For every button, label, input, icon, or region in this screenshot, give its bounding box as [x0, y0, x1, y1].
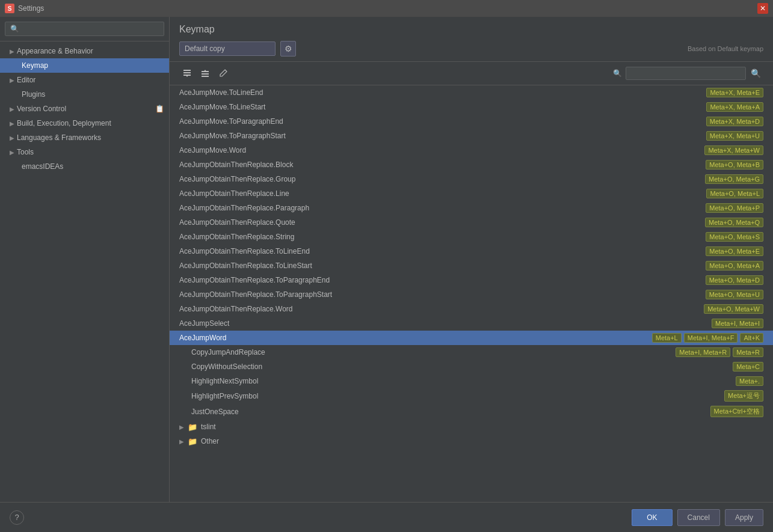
- shortcut-tag: Meta+O, Meta+S: [706, 232, 763, 242]
- table-row[interactable]: AceJumpMove.ToLineEnd Meta+X, Meta+E: [170, 85, 773, 100]
- arrow-icon: ▶: [10, 77, 14, 84]
- sidebar-item-editor[interactable]: ▶ Editor: [0, 73, 169, 87]
- table-row[interactable]: AceJumpObtainThenReplace.ToParagraphStar…: [170, 287, 773, 302]
- shortcut-tags: Meta+O, Meta+U: [706, 290, 763, 299]
- arrow-icon: ▶: [10, 149, 14, 156]
- action-name: AceJumpObtainThenReplace.ToLineStart: [179, 261, 706, 270]
- shortcut-tags: Meta+O, Meta+L: [706, 189, 763, 198]
- collapse-all-button[interactable]: [197, 66, 213, 81]
- folder-icon: 📁: [188, 423, 197, 432]
- keymap-list: AceJumpMove.ToLineEnd Meta+X, Meta+E Ace…: [170, 85, 773, 502]
- shortcut-tags: Meta+O, Meta+P: [706, 203, 763, 213]
- shortcut-tags: Meta+.: [736, 376, 763, 386]
- table-row[interactable]: AceJumpObtainThenReplace.String Meta+O, …: [170, 230, 773, 244]
- table-row[interactable]: AceJumpObtainThenReplace.Quote Meta+O, M…: [170, 215, 773, 230]
- shortcut-tag: Meta+O, Meta+U: [706, 290, 763, 299]
- shortcut-tag: Meta+X, Meta+W: [704, 145, 763, 155]
- shortcut-tags: Meta+O, Meta+Q: [705, 218, 763, 227]
- table-row[interactable]: AceJumpSelect Meta+I, Meta+I: [170, 316, 773, 331]
- table-row[interactable]: AceJumpObtainThenReplace.ToParagraphEnd …: [170, 273, 773, 287]
- table-row[interactable]: HighlightNextSymbol Meta+.: [170, 374, 773, 388]
- shortcut-tags: Meta+O, Meta+D: [706, 275, 763, 285]
- sidebar-item-keymap[interactable]: Keymap: [0, 58, 169, 73]
- sidebar-item-build[interactable]: ▶ Build, Execution, Deployment: [0, 116, 169, 130]
- sidebar-item-appearance[interactable]: ▶ Appearance & Behavior: [0, 44, 169, 58]
- action-name: AceJumpMove.ToParagraphStart: [179, 132, 706, 140]
- action-toolbar: 🔍 🔍: [170, 62, 773, 85]
- folder-icon: 📁: [188, 437, 197, 446]
- action-name: AceJumpObtainThenReplace.Word: [179, 305, 704, 313]
- shortcut-tag: Meta+O, Meta+G: [705, 174, 763, 184]
- table-row[interactable]: AceJumpMove.ToLineStart Meta+X, Meta+A: [170, 100, 773, 114]
- search-options-button[interactable]: 🔍: [748, 67, 763, 79]
- sidebar-item-languages[interactable]: ▶ Languages & Frameworks: [0, 130, 169, 145]
- cancel-button[interactable]: Cancel: [677, 509, 720, 526]
- title-bar-left: S Settings: [5, 4, 44, 13]
- table-row[interactable]: CopyWithoutSelection Meta+C: [170, 359, 773, 374]
- edit-icon: [218, 69, 228, 78]
- shortcut-tag: Meta+I, Meta+I: [712, 319, 763, 328]
- action-name: AceJumpObtainThenReplace.Group: [179, 175, 705, 183]
- shortcut-tag: Meta+X, Meta+U: [706, 131, 763, 141]
- shortcut-tag: Meta+逗号: [724, 390, 763, 402]
- table-row[interactable]: AceJumpObtainThenReplace.Line Meta+O, Me…: [170, 186, 773, 201]
- table-row[interactable]: AceJumpObtainThenReplace.ToLineStart Met…: [170, 258, 773, 273]
- shortcut-tag: Meta+O, Meta+Q: [705, 218, 763, 227]
- close-button[interactable]: ✕: [757, 3, 768, 14]
- table-row[interactable]: AceJumpObtainThenReplace.ToLineEnd Meta+…: [170, 244, 773, 258]
- sidebar-item-emacsideas[interactable]: emacsIDEAs: [0, 159, 169, 174]
- help-button[interactable]: ?: [10, 510, 24, 525]
- sidebar-item-tools[interactable]: ▶ Tools: [0, 145, 169, 159]
- table-row[interactable]: JustOneSpace Meta+Ctrl+空格: [170, 404, 773, 420]
- action-name: AceJumpObtainThenReplace.Block: [179, 161, 706, 169]
- shortcut-tags: Meta+O, Meta+E: [706, 246, 763, 256]
- gear-button[interactable]: ⚙: [280, 41, 296, 57]
- keymap-select[interactable]: Default copy Default Mac OS X Eclipse: [179, 41, 276, 56]
- expand-all-button[interactable]: [179, 66, 195, 81]
- group-arrow-icon: ▶: [179, 424, 184, 430]
- sidebar-tree: ▶ Appearance & Behavior Keymap ▶ Editor …: [0, 41, 169, 502]
- table-row[interactable]: AceJumpObtainThenReplace.Word Meta+O, Me…: [170, 302, 773, 316]
- sidebar-item-versioncontrol[interactable]: ▶ Version Control 📋: [0, 102, 169, 116]
- sidebar-search-area: [0, 17, 169, 41]
- action-name: AceJumpObtainThenReplace.Quote: [179, 218, 705, 227]
- table-row[interactable]: AceJumpMove.ToParagraphEnd Meta+X, Meta+…: [170, 114, 773, 129]
- arrow-icon: ▶: [10, 106, 14, 112]
- table-row[interactable]: AceJumpObtainThenReplace.Paragraph Meta+…: [170, 201, 773, 215]
- table-row[interactable]: AceJumpObtainThenReplace.Group Meta+O, M…: [170, 172, 773, 186]
- group-row-other[interactable]: ▶ 📁 Other: [170, 434, 773, 448]
- table-row[interactable]: AceJumpMove.Word Meta+X, Meta+W: [170, 143, 773, 157]
- table-row[interactable]: AceJumpMove.ToParagraphStart Meta+X, Met…: [170, 129, 773, 143]
- group-arrow-icon: ▶: [179, 438, 184, 445]
- action-name: AceJumpSelect: [179, 319, 712, 328]
- sidebar-search-input[interactable]: [5, 22, 164, 36]
- shortcut-tag: Meta+O, Meta+L: [706, 189, 763, 198]
- keymap-search-input[interactable]: [626, 67, 746, 80]
- table-row[interactable]: AceJumpObtainThenReplace.Block Meta+O, M…: [170, 157, 773, 172]
- sidebar-item-label: emacsIDEAs: [22, 162, 63, 171]
- ok-button[interactable]: OK: [632, 509, 672, 526]
- table-row[interactable]: CopyJumpAndReplace Meta+I, Meta+R Meta+R: [170, 345, 773, 359]
- group-row-tslint[interactable]: ▶ 📁 tslint: [170, 420, 773, 434]
- shortcut-tag: Meta+O, Meta+A: [706, 261, 763, 271]
- apply-button[interactable]: Apply: [725, 509, 763, 526]
- shortcut-tags: Meta+I, Meta+R Meta+R: [676, 347, 763, 357]
- keymap-toolbar: Default copy Default Mac OS X Eclipse ⚙ …: [179, 41, 763, 57]
- shortcut-tag: Meta+O, Meta+E: [706, 246, 763, 256]
- shortcut-tags: Meta+X, Meta+E: [706, 88, 763, 97]
- shortcut-tags: Meta+O, Meta+A: [706, 261, 763, 271]
- shortcut-tags: Meta+I, Meta+I: [712, 319, 763, 328]
- page-title: Keymap: [179, 24, 763, 35]
- sidebar-item-plugins[interactable]: Plugins: [0, 87, 169, 102]
- table-row[interactable]: HighlightPrevSymbol Meta+逗号: [170, 388, 773, 404]
- arrow-icon: ▶: [10, 48, 14, 55]
- shortcut-tag: Meta+I, Meta+F: [684, 333, 738, 343]
- action-name: AceJumpObtainThenReplace.ToLineEnd: [179, 247, 706, 255]
- shortcut-tag: Meta+X, Meta+D: [706, 117, 763, 126]
- group-name: Other: [201, 437, 219, 445]
- edit-button[interactable]: [215, 66, 231, 81]
- bottom-right: OK Cancel Apply: [632, 509, 763, 526]
- table-row-selected[interactable]: AceJumpWord Meta+L Meta+I, Meta+F Alt+K: [170, 331, 773, 345]
- shortcut-tag: Meta+O, Meta+D: [706, 275, 763, 285]
- title-bar-title: Settings: [18, 4, 44, 13]
